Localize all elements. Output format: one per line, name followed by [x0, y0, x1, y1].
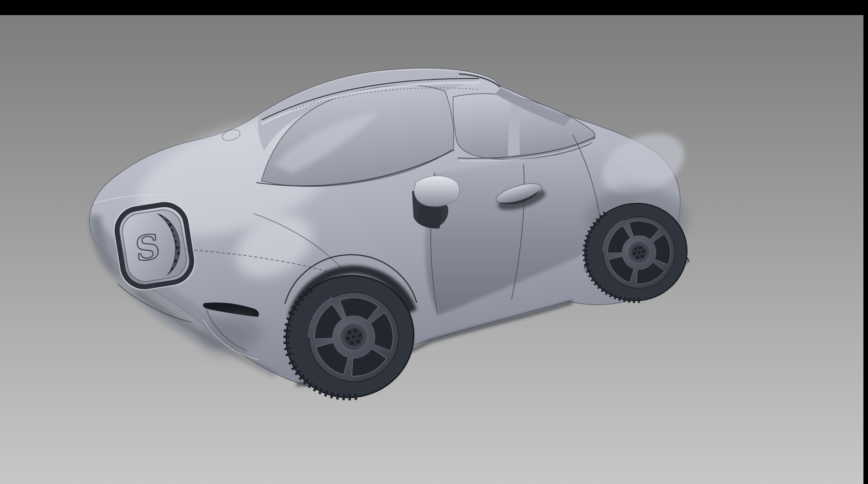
window-right-bar [863, 0, 868, 484]
render-viewport[interactable] [0, 15, 863, 484]
window-top-bar [0, 0, 868, 15]
app-window: { "window": { "kind": "cad-render-window… [0, 0, 868, 484]
